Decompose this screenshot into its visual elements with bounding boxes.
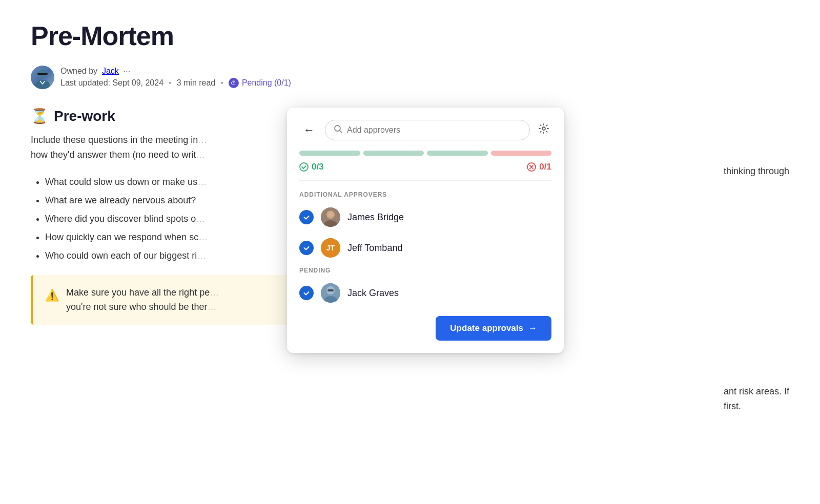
approver-row-james[interactable]: James Bridge	[299, 205, 551, 229]
list-item: What could slow us down or make us…	[45, 173, 308, 191]
svg-point-5	[542, 127, 545, 130]
jack-check-icon	[299, 286, 314, 300]
pending-icon: ⏱	[229, 78, 239, 88]
list-item: How quickly can we respond when sc…	[45, 228, 308, 246]
svg-point-6	[300, 163, 308, 171]
jack-avatar	[321, 283, 340, 303]
progress-segment-2	[363, 151, 424, 156]
progress-labels: 0/3 0/1	[299, 162, 551, 181]
progress-segment-4	[491, 151, 552, 156]
warning-icon: ⚠️	[45, 286, 59, 304]
back-icon: ←	[303, 123, 315, 137]
progress-segment-1	[299, 151, 360, 156]
arrow-icon: →	[528, 323, 537, 333]
body-text: Include these questions in the meeting i…	[31, 133, 313, 162]
author-avatar	[31, 66, 54, 89]
more-dots[interactable]: ···	[124, 67, 130, 75]
right-overflow-text: thinking through	[724, 164, 789, 179]
additional-approvers-header: ADDITIONAL APPROVERS	[299, 191, 551, 198]
back-button[interactable]: ←	[299, 121, 319, 139]
bullet-list: What could slow us down or make us… What…	[31, 173, 308, 265]
pending-badge[interactable]: ⏱ Pending (0/1)	[229, 78, 291, 88]
owner-link[interactable]: Jack	[102, 67, 119, 75]
svg-rect-17	[327, 289, 334, 291]
james-check-icon	[299, 210, 314, 224]
approver-row-jack[interactable]: Jack Graves	[299, 281, 551, 305]
approver-row-jeff[interactable]: JT Jeff Tomband	[299, 236, 551, 260]
search-icon	[334, 124, 343, 136]
pending-label: Pending (0/1)	[242, 78, 291, 88]
james-avatar	[321, 207, 340, 227]
jeff-check-icon	[299, 241, 314, 255]
pending-section: PENDING Jack Graves	[299, 267, 551, 305]
doc-meta: Owned by Jack ··· Last updated: Sept 09,…	[31, 66, 789, 89]
last-updated: Last updated: Sept 09, 2024	[60, 78, 163, 88]
jeff-avatar: JT	[321, 238, 340, 258]
update-approvals-button[interactable]: Update approvals →	[436, 316, 551, 341]
list-item: Where did you discover blind spots o…	[45, 209, 308, 228]
jeff-name: Jeff Tomband	[347, 243, 402, 254]
jack-name: Jack Graves	[347, 288, 399, 299]
popup-header: ←	[299, 120, 551, 140]
rejected-count: 0/1	[527, 162, 551, 172]
page-title: Pre-Mortem	[31, 20, 789, 51]
svg-line-4	[340, 131, 342, 133]
right-overflow-text2: ant risk areas. Iffirst.	[724, 384, 789, 414]
read-time: 3 min read	[177, 78, 216, 88]
list-item: Who could own each of our biggest ri…	[45, 246, 308, 265]
search-box[interactable]	[325, 120, 530, 140]
approvers-popup: ←	[287, 108, 564, 353]
pending-header: PENDING	[299, 267, 551, 274]
update-btn-label: Update approvals	[450, 323, 523, 333]
svg-text:JT: JT	[326, 244, 335, 252]
svg-rect-1	[37, 73, 48, 75]
settings-button[interactable]	[536, 121, 551, 139]
approved-count: 0/3	[299, 162, 324, 172]
warning-box: ⚠️ Make sure you have all the right pe… …	[31, 275, 318, 325]
svg-point-11	[328, 212, 333, 217]
section-icon: ⏳	[31, 108, 49, 124]
owned-by-label: Owned by	[60, 67, 97, 75]
warning-text1: Make sure you have all the right pe…	[66, 287, 219, 298]
warning-text2: you're not sure who should be ther…	[66, 302, 217, 312]
progress-bar	[299, 151, 551, 156]
progress-segment-3	[427, 151, 488, 156]
list-item: What are we already nervous about?	[45, 191, 308, 209]
james-name: James Bridge	[347, 212, 404, 223]
search-input[interactable]	[347, 125, 521, 135]
